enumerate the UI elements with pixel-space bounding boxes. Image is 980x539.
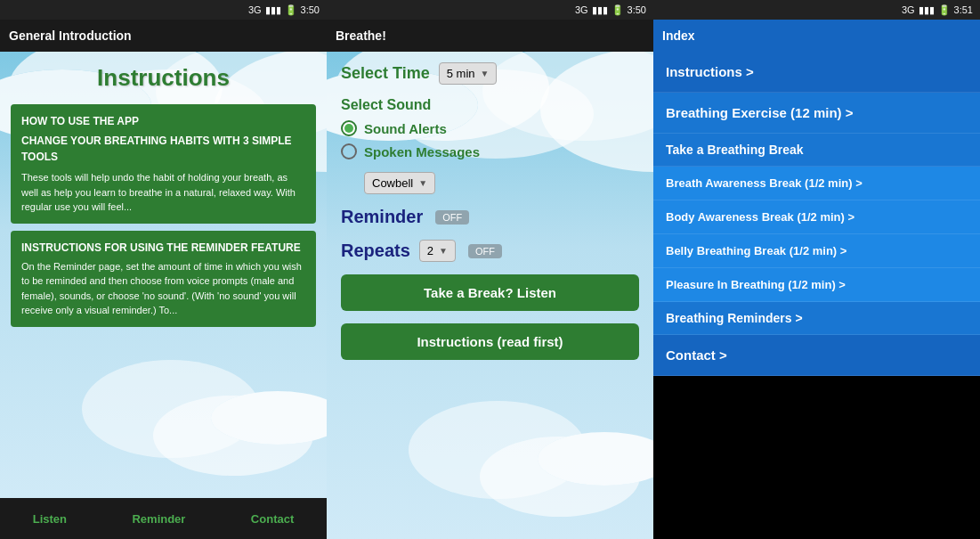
cowbell-label: Cowbell (372, 176, 413, 190)
sound-alerts-option[interactable]: Sound Alerts (341, 120, 639, 136)
signal-2: ▮▮▮ (592, 4, 608, 16)
repeats-row: Repeats 2 ▼ OFF (341, 240, 639, 262)
sound-alerts-label: Sound Alerts (364, 121, 447, 136)
nav-listen[interactable]: Listen (19, 505, 81, 533)
select-time-label: Select Time (341, 64, 430, 83)
app-title-1: General Introduction (9, 29, 132, 43)
nav-contact[interactable]: Contact (237, 505, 308, 533)
info-heading-2: INSTRUCTIONS FOR USING THE REMINDER FEAT… (21, 240, 305, 256)
info-subheading-1: CHANGE YOUR BREATHING HABITS WITH 3 SIMP… (21, 133, 305, 165)
spoken-messages-radio[interactable] (341, 143, 357, 159)
index-item-3[interactable]: Breath Awareness Break (1/2 min) > (653, 167, 980, 200)
phone-2: 3G ▮▮▮ 🔋 3:50 Breathe! Select Time 5 min… (327, 0, 653, 539)
repeats-value: 2 (427, 244, 433, 257)
select-time-row: Select Time 5 min ▼ (341, 62, 639, 85)
network-2: 3G (575, 4, 588, 15)
repeats-arrow-icon: ▼ (439, 246, 448, 256)
sound-alerts-radio[interactable] (341, 120, 357, 136)
time-display: 3:50 (301, 4, 320, 15)
repeats-label: Repeats (341, 241, 410, 261)
time-3: 3:51 (954, 4, 973, 15)
battery-icon: 🔋 (285, 4, 297, 16)
signal-icon: ▮▮▮ (265, 4, 281, 16)
index-item-8[interactable]: Contact > (653, 335, 980, 376)
network-indicator: 3G (248, 4, 262, 15)
info-body-2: On the Reminder page, set the amount of … (21, 259, 305, 318)
index-item-2[interactable]: Take a Breathing Break (653, 134, 980, 167)
app-title-3: Index (662, 29, 695, 43)
repeats-dropdown[interactable]: 2 ▼ (419, 240, 456, 262)
index-item-6[interactable]: Pleasure In Breathing (1/2 min) > (653, 268, 980, 302)
cowbell-arrow-icon: ▼ (418, 178, 427, 188)
dropdown-arrow-icon: ▼ (481, 69, 490, 78)
index-item-5[interactable]: Belly Breathing Break (1/2 min) > (653, 234, 980, 268)
cowbell-dropdown[interactable]: Cowbell ▼ (364, 172, 435, 194)
app-bar-1: General Introduction (0, 20, 327, 52)
app-bar-2: Breathe! (327, 20, 653, 52)
info-box-how-to: HOW TO USE THE APP CHANGE YOUR BREATHING… (11, 104, 316, 224)
status-bar-1: 3G ▮▮▮ 🔋 3:50 (0, 0, 327, 20)
info-body-1: These tools will help undo the habit of … (21, 170, 305, 215)
bottom-nav-1: Listen Reminder Contact (0, 498, 327, 539)
reminder-toggle-btn[interactable]: OFF (435, 210, 469, 225)
status-bar-2: 3G ▮▮▮ 🔋 3:50 (327, 0, 653, 20)
time-dropdown[interactable]: 5 min ▼ (439, 62, 498, 85)
select-sound-label: Select Sound (341, 97, 639, 113)
signal-3: ▮▮▮ (919, 4, 935, 16)
reminder-toggle[interactable]: OFF (435, 210, 469, 225)
phone-3: 3G ▮▮▮ 🔋 3:51 Index Instructions >Breath… (653, 0, 980, 539)
time-value: 5 min (447, 67, 475, 80)
reminder-label: Reminder (341, 207, 423, 227)
index-item-7[interactable]: Breathing Reminders > (653, 302, 980, 335)
repeats-toggle-btn[interactable]: OFF (468, 244, 502, 258)
cowbell-row: Cowbell ▼ (364, 172, 639, 194)
page-title-instructions: Instructions (11, 61, 316, 97)
index-list: Instructions >Breathing Exercise (12 min… (653, 52, 980, 539)
instructions-button[interactable]: Instructions (read first) (341, 323, 639, 360)
index-item-0[interactable]: Instructions > (653, 52, 980, 93)
phone-1: 3G ▮▮▮ 🔋 3:50 General Introduction Instr… (0, 0, 327, 539)
select-sound-section: Select Sound Sound Alerts Spoken Message… (341, 97, 639, 159)
spoken-messages-label: Spoken Messages (364, 144, 480, 159)
status-bar-3: 3G ▮▮▮ 🔋 3:51 (653, 0, 980, 20)
time-2: 3:50 (628, 4, 646, 15)
spoken-messages-option[interactable]: Spoken Messages (341, 143, 639, 159)
info-box-reminder: INSTRUCTIONS FOR USING THE REMINDER FEAT… (11, 231, 316, 327)
info-heading-1: HOW TO USE THE APP (21, 113, 305, 129)
nav-reminder[interactable]: Reminder (117, 505, 199, 533)
reminder-section: Reminder OFF (341, 207, 639, 227)
main-content-1: Instructions HOW TO USE THE APP CHANGE Y… (0, 52, 327, 498)
main-content-2: Select Time 5 min ▼ Select Sound Sound A… (327, 52, 653, 539)
app-title-2: Breathe! (336, 29, 386, 43)
index-item-1[interactable]: Breathing Exercise (12 min) > (653, 93, 980, 134)
battery-3: 🔋 (938, 4, 951, 16)
app-bar-3: Index (653, 20, 980, 52)
take-break-button[interactable]: Take a Break? Listen (341, 274, 639, 311)
network-3: 3G (902, 4, 915, 15)
index-item-4[interactable]: Body Awareness Break (1/2 min) > (653, 200, 980, 234)
battery-2: 🔋 (611, 4, 624, 16)
